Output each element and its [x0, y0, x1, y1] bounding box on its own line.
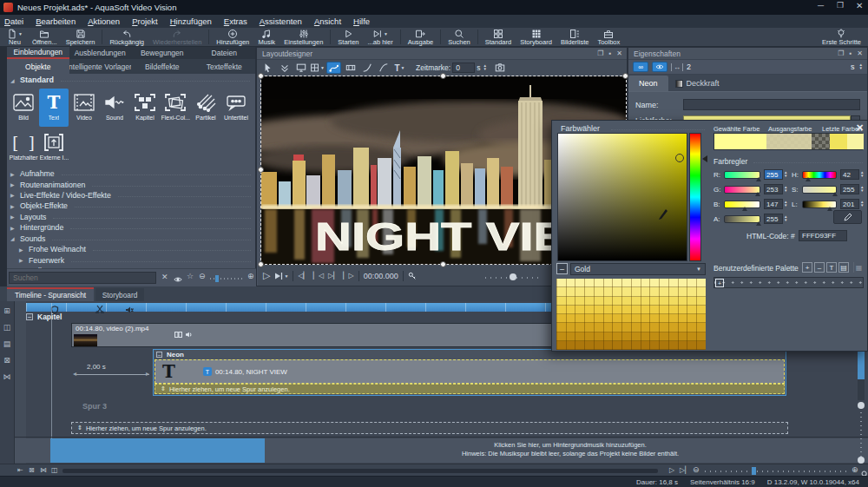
tile-partikel[interactable]: Partikel	[191, 89, 220, 127]
mute-icon[interactable]	[125, 302, 134, 318]
close-button[interactable]: ✕	[856, 1, 863, 10]
import-palette-icon[interactable]: ▤	[838, 262, 849, 273]
new-track-drop-zone[interactable]: ⇕ Hierher ziehen, um neue Spur anzulegen…	[71, 422, 788, 434]
category-sounds[interactable]: ◢ Sounds	[7, 234, 256, 244]
blue-value[interactable]: 147	[764, 199, 783, 209]
menu-item[interactable]: Extras	[224, 16, 247, 26]
menu-item[interactable]: Aktionen	[88, 16, 120, 26]
monitor-icon[interactable]	[293, 62, 308, 74]
bind-tool-icon[interactable]: ⋈	[3, 372, 11, 381]
track-height-plus-handle[interactable]	[858, 457, 865, 464]
chevron-tool-icon[interactable]	[277, 62, 292, 74]
link-icon[interactable]: ∞	[633, 62, 648, 72]
custom-palette-slots[interactable]: +	[713, 277, 864, 288]
pin-panel-icon[interactable]: ▪	[849, 49, 852, 57]
motion-path-icon[interactable]	[326, 62, 341, 74]
toolbar-button-rueckgaengig[interactable]: Rückgängig	[105, 28, 148, 46]
visibility-eye-icon[interactable]	[652, 62, 667, 72]
frame-view-icon[interactable]: ◫	[51, 466, 58, 474]
play-from-timemark-icon[interactable]: ▼	[274, 272, 288, 280]
preview-zoom-handle[interactable]	[510, 273, 516, 280]
key-icon[interactable]	[408, 268, 417, 284]
track-height-slider[interactable]	[860, 408, 862, 457]
tab-row2[interactable]: Bildeffekte	[131, 59, 194, 74]
gold-palette-grid[interactable]	[556, 279, 706, 350]
tab-row1[interactable]: Bewegungen	[131, 47, 194, 59]
saturation-slider[interactable]	[802, 186, 837, 194]
toolbar-button-bilderliste[interactable]: Bilderliste	[556, 28, 594, 46]
resize-handle-top-left[interactable]	[258, 73, 264, 79]
play-timeline-icon[interactable]: ▷	[669, 466, 674, 474]
search-input[interactable]	[9, 272, 156, 284]
close-panel-icon[interactable]: ✕	[616, 49, 622, 57]
float-panel-icon[interactable]: ❐	[597, 49, 603, 57]
lightness-value[interactable]: 201	[840, 199, 859, 209]
add-slot-button[interactable]: +	[715, 279, 724, 287]
category-row[interactable]: ▶ Objekt-Effekte	[7, 201, 256, 211]
playhead[interactable]	[51, 303, 52, 438]
category-row[interactable]: ▶ Hintergründe	[7, 222, 256, 233]
toolbar-button-suchen[interactable]: Suchen	[444, 28, 474, 46]
toolbar-button-speichern[interactable]: Speichern	[62, 28, 100, 46]
tab-row1[interactable]: Einblendungen	[7, 47, 69, 59]
hue-bar[interactable]	[689, 133, 701, 261]
track-height-minus-handle[interactable]	[858, 402, 865, 409]
close-panel-icon[interactable]: ✕	[857, 49, 863, 57]
favorites-star-icon[interactable]: ☆	[187, 272, 194, 280]
step-forward-icon[interactable]: ▏▷	[343, 272, 353, 280]
wizard-tool-icon[interactable]: ⊞	[3, 306, 10, 315]
rename-palette-icon[interactable]: T	[826, 262, 837, 273]
toolbar-button-storyboard[interactable]: Storyboard	[516, 28, 556, 46]
recent-color-swatch-2[interactable]	[847, 134, 864, 149]
go-end-icon[interactable]: ▷▏	[328, 272, 339, 280]
tile-bild[interactable]: Bild	[9, 89, 38, 127]
layers-tool-icon[interactable]: ▤	[3, 339, 11, 348]
sound-category-row[interactable]: ▶ Feuerwerk	[16, 254, 256, 265]
category-row[interactable]: ▶ Routenanimationen	[7, 179, 256, 189]
scissors-icon[interactable]	[95, 301, 104, 317]
fit-view-icon[interactable]: ⇤	[17, 466, 23, 474]
tile-text[interactable]: T Text	[39, 89, 69, 127]
toolbar-button-oeffnen[interactable]: Öffnen...	[28, 28, 62, 46]
lightness-slider[interactable]	[802, 201, 837, 208]
zeitmarke-input[interactable]	[452, 63, 475, 73]
tab-row1[interactable]: Dateien	[194, 47, 256, 59]
fit-width-icon[interactable]: ⋈	[40, 466, 47, 474]
thumb-size-slider-handle[interactable]	[215, 275, 219, 282]
green-slider[interactable]	[724, 186, 760, 194]
step-timeline-icon[interactable]: ▷▏	[680, 466, 690, 474]
maximize-button[interactable]: ❐	[837, 1, 844, 10]
zoom-selection-icon[interactable]: ⊠	[29, 466, 35, 474]
remove-palette-button[interactable]: –	[556, 263, 568, 274]
curve-ease-out-icon[interactable]	[376, 62, 391, 74]
menu-item[interactable]: Hinzufügen	[170, 16, 212, 26]
zeitmarke-spinner-icon[interactable]: ▲▼	[483, 64, 486, 71]
tab-storyboard[interactable]: Storyboard	[95, 288, 144, 301]
go-start-icon[interactable]: ▏◁	[313, 272, 324, 280]
menu-item[interactable]: Ansicht	[314, 16, 341, 26]
music-selection-bar[interactable]	[50, 438, 265, 463]
timeline-zoom-handle[interactable]	[752, 467, 756, 475]
timeline-zoom-out-icon[interactable]: ⊖	[693, 465, 700, 474]
grid-icon[interactable]: ▼	[310, 62, 325, 74]
menu-item[interactable]: Hilfe	[353, 16, 370, 26]
toolbar-button-neu[interactable]: ▼ Neu	[2, 28, 28, 46]
keyframe-icon[interactable]	[343, 62, 358, 74]
palette-row[interactable]	[556, 341, 706, 350]
red-slider[interactable]	[724, 171, 760, 179]
add-color-icon[interactable]: +	[802, 262, 812, 273]
text-object-clip[interactable]: T T 00:14.80, NIGHT VIEW	[155, 359, 785, 384]
zoom-out-icon[interactable]: ⊖	[199, 272, 206, 280]
hue-value[interactable]: 42	[840, 169, 859, 180]
palette-row[interactable]	[556, 323, 706, 332]
grid-view-icon[interactable]: ▦	[853, 262, 864, 273]
music-track[interactable]: Klicken Sie hier, um Hintergrundmusik hi…	[15, 438, 868, 463]
hue-marker[interactable]	[702, 155, 707, 162]
zoom-in-icon[interactable]: ⊕	[247, 272, 254, 280]
toolbar-button-erste-schritte[interactable]: Erste Schritte	[818, 28, 868, 46]
red-value[interactable]: 255	[764, 169, 783, 180]
tile-platzhalter[interactable]: [ ] Platzhalter	[9, 128, 38, 167]
tile-kapitel[interactable]: Kapitel	[130, 89, 160, 127]
recent-color-swatch-1[interactable]	[830, 134, 847, 149]
alpha-value[interactable]: 255	[764, 214, 783, 224]
